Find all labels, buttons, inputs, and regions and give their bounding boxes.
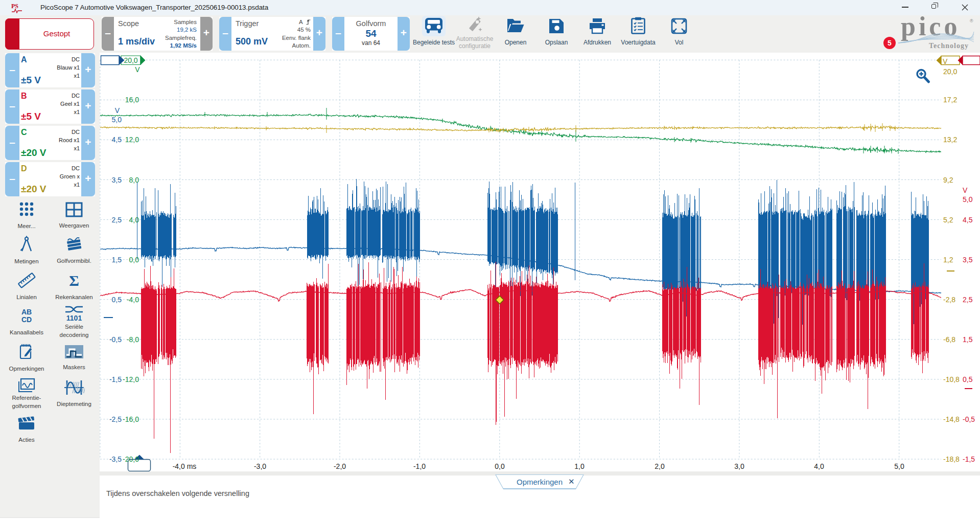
svg-text:V: V (943, 57, 948, 65)
svg-text:-1,5: -1,5 (109, 375, 122, 383)
svg-text:12,0: 12,0 (125, 135, 139, 144)
svg-text:4,5: 4,5 (963, 216, 973, 224)
svg-text:2,5: 2,5 (963, 296, 973, 304)
svg-text:3,0: 3,0 (734, 462, 744, 470)
svg-text:-14,8: -14,8 (943, 415, 960, 423)
svg-text:-8,0: -8,0 (127, 335, 139, 344)
svg-text:-2,5: -2,5 (109, 415, 122, 423)
svg-text:5,2: 5,2 (943, 216, 953, 224)
svg-text:-1,0: -1,0 (413, 462, 426, 470)
svg-text:CD: CD (21, 315, 32, 324)
svg-text:13,2: 13,2 (943, 135, 957, 144)
svg-text:-4,0 ms: -4,0 ms (173, 462, 197, 470)
svg-text:5,0: 5,0 (112, 116, 122, 124)
svg-text:5,0: 5,0 (894, 462, 904, 470)
svg-text:V: V (135, 65, 140, 74)
svg-text:4,0: 4,0 (814, 462, 824, 470)
svg-text:2,0: 2,0 (655, 462, 665, 470)
svg-text:20,0: 20,0 (124, 56, 137, 64)
svg-text:4,0: 4,0 (129, 216, 139, 224)
svg-text:-20,0: -20,0 (123, 455, 139, 463)
svg-text:1101: 1101 (66, 314, 82, 322)
svg-text:-18,8: -18,8 (943, 455, 960, 463)
svg-text:AB: AB (21, 308, 32, 316)
svg-text:-2,0: -2,0 (334, 462, 346, 470)
svg-text:0,0: 0,0 (129, 256, 139, 264)
svg-text:-3,5: -3,5 (109, 455, 122, 463)
svg-text:-2,8: -2,8 (943, 296, 955, 304)
svg-text:-10,8: -10,8 (943, 375, 960, 383)
svg-text:-1,5: -1,5 (963, 455, 975, 463)
svg-text:PS: PS (11, 3, 18, 10)
svg-text:1,0: 1,0 (574, 462, 585, 470)
svg-text:16,0: 16,0 (125, 96, 139, 104)
svg-text:3,5: 3,5 (112, 176, 122, 184)
svg-text:0,5: 0,5 (112, 296, 122, 304)
svg-text:Σ: Σ (69, 272, 79, 289)
svg-text:3,5: 3,5 (963, 256, 973, 264)
svg-text:-16,0: -16,0 (123, 415, 139, 423)
svg-text:V: V (115, 106, 120, 115)
svg-text:17,2: 17,2 (943, 96, 957, 104)
svg-text:-12,0: -12,0 (123, 375, 139, 383)
svg-text:1,5: 1,5 (963, 335, 973, 344)
svg-text:1,2: 1,2 (943, 256, 953, 264)
svg-text:9,2: 9,2 (943, 176, 953, 184)
svg-text:-3,0: -3,0 (254, 462, 266, 470)
svg-text:8,0: 8,0 (129, 176, 139, 184)
svg-text:-0,5: -0,5 (109, 335, 122, 344)
svg-text:0,5: 0,5 (963, 375, 973, 383)
svg-text:2,5: 2,5 (112, 216, 122, 224)
svg-text:-6,8: -6,8 (943, 335, 955, 344)
svg-text:0,0: 0,0 (495, 462, 505, 470)
svg-text:V: V (963, 186, 968, 194)
svg-text:5,0: 5,0 (963, 195, 973, 204)
svg-text:-0,5: -0,5 (963, 415, 975, 423)
svg-text:20,0: 20,0 (943, 67, 957, 76)
svg-text:1,5: 1,5 (112, 256, 122, 264)
svg-text:-4,0: -4,0 (127, 296, 139, 304)
svg-text:4,5: 4,5 (112, 135, 122, 144)
